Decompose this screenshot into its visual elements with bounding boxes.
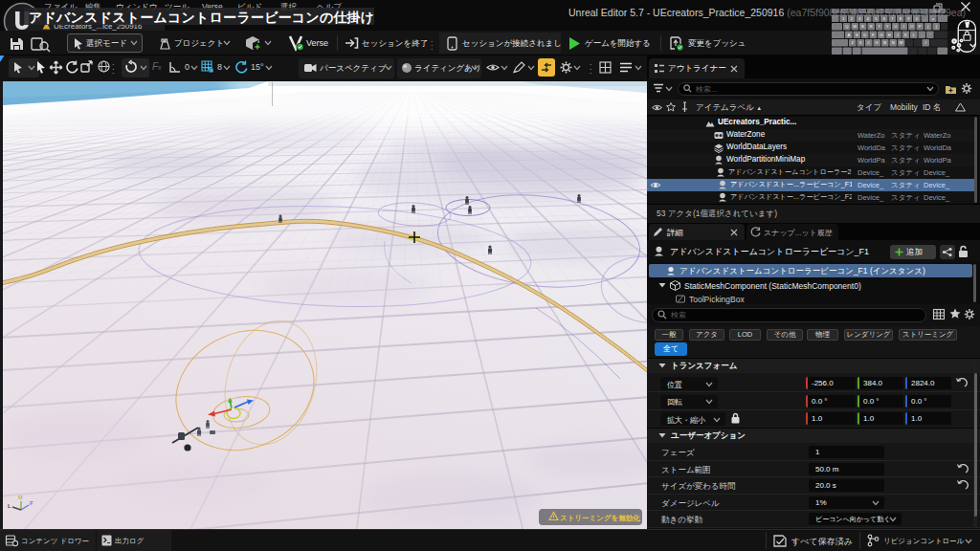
svg-text:D: D (863, 33, 866, 37)
svg-text:ストリーミングを無効化: ストリーミングを無効化 (560, 514, 640, 522)
svg-text:R: R (870, 24, 873, 29)
svg-text:K: K (904, 33, 907, 37)
svg-text:C: C (867, 40, 870, 45)
svg-text:I: I (903, 24, 904, 29)
svg-text:M: M (900, 40, 902, 45)
svg-text:U: U (18, 495, 22, 500)
svg-text:X: X (859, 40, 862, 45)
svg-text:P: P (919, 24, 922, 29)
svg-text:E: E (861, 24, 864, 29)
svg-text:L: L (8, 503, 11, 509)
svg-text:N: N (892, 40, 895, 45)
svg-text:Q: Q (845, 24, 848, 29)
svg-text:G: G (880, 33, 882, 37)
svg-text:U: U (894, 24, 897, 29)
svg-text:O: O (910, 24, 913, 29)
svg-text:A: A (847, 33, 850, 37)
svg-text:F: F (30, 500, 33, 506)
svg-text:J: J (897, 33, 899, 37)
svg-text:S: S (856, 33, 858, 37)
svg-text:V: V (876, 40, 879, 45)
svg-text:]: ] (936, 24, 937, 29)
svg-text:Y: Y (886, 24, 889, 29)
svg-text:W: W (853, 24, 857, 29)
svg-text:H: H (888, 33, 891, 37)
svg-text:B: B (883, 40, 886, 45)
svg-text:;: ; (922, 33, 923, 37)
